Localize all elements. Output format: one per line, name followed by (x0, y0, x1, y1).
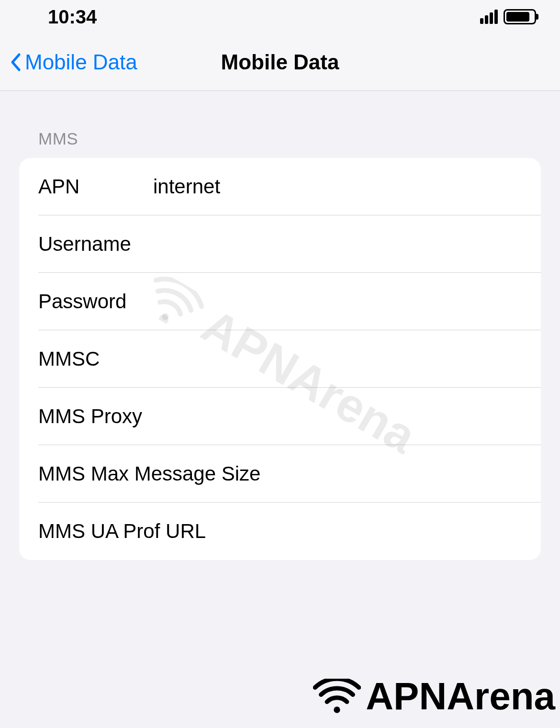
back-button[interactable]: Mobile Data (10, 50, 137, 74)
apn-input[interactable] (153, 175, 522, 198)
cellular-signal-icon (480, 10, 498, 24)
section-header-mms: MMS (19, 91, 541, 158)
row-mms-proxy[interactable]: MMS Proxy (19, 388, 541, 445)
row-label: Password (38, 290, 153, 313)
battery-icon (504, 9, 536, 24)
row-label: APN (38, 175, 153, 198)
content-area: MMS APN Username Password MMSC MMS Proxy (0, 91, 560, 560)
navigation-bar: Mobile Data Mobile Data (0, 34, 560, 91)
watermark-text: APNArena (366, 674, 555, 718)
status-bar: 10:34 (0, 0, 560, 34)
row-label: Username (38, 233, 153, 256)
back-label: Mobile Data (25, 50, 137, 74)
wifi-icon (313, 679, 361, 715)
row-mms-ua-prof-url[interactable]: MMS UA Prof URL (19, 503, 541, 560)
row-label: MMS Proxy (38, 405, 142, 428)
username-input[interactable] (153, 233, 522, 256)
row-mms-max-size[interactable]: MMS Max Message Size (19, 445, 541, 503)
status-time: 10:34 (48, 6, 97, 28)
password-input[interactable] (153, 290, 522, 313)
status-icons (480, 9, 536, 24)
row-label: MMSC (38, 347, 153, 370)
row-mmsc[interactable]: MMSC (19, 330, 541, 388)
row-username[interactable]: Username (19, 215, 541, 273)
settings-group: APN Username Password MMSC MMS Proxy MMS… (19, 158, 541, 560)
row-password[interactable]: Password (19, 273, 541, 330)
row-label: MMS UA Prof URL (38, 520, 206, 543)
mms-proxy-input[interactable] (142, 405, 522, 428)
mms-ua-prof-url-input[interactable] (206, 520, 522, 543)
mmsc-input[interactable] (153, 347, 522, 370)
watermark-bottom: APNArena (313, 674, 555, 718)
mms-max-size-input[interactable] (260, 462, 522, 485)
chevron-left-icon (10, 53, 21, 72)
row-apn[interactable]: APN (19, 158, 541, 215)
svg-point-1 (334, 706, 340, 713)
row-label: MMS Max Message Size (38, 462, 260, 485)
page-title: Mobile Data (221, 50, 339, 74)
